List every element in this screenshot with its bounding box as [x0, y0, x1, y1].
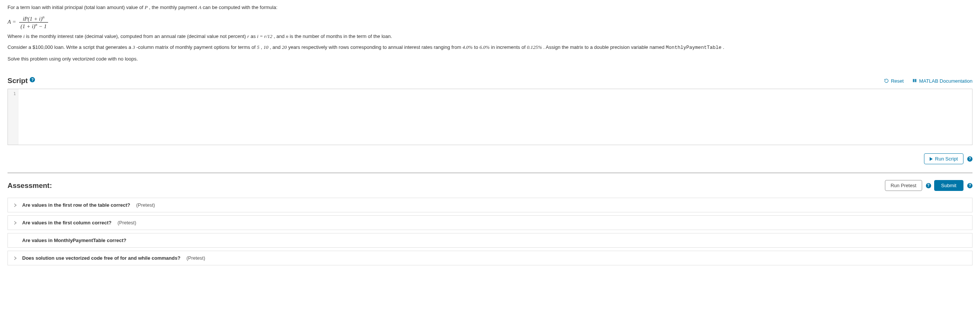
separator [8, 172, 972, 173]
fraction: iP(1 + i)n (1 + i)n − 1 [19, 15, 48, 30]
text: in increments of [491, 45, 527, 50]
text: For a term loan with initial principal (… [8, 5, 145, 10]
assessment-item-2[interactable]: Are values in the first column correct? … [8, 215, 972, 230]
text: , the monthly payment [149, 5, 199, 10]
code-area[interactable] [18, 89, 972, 145]
chevron-right-icon [13, 221, 18, 225]
variable-n: n [286, 33, 289, 39]
number-5: 5 [257, 45, 260, 50]
denominator: (1 + i)n − 1 [19, 22, 48, 30]
rate-low: 4.0% [463, 45, 473, 50]
problem-line-3: Consider a $100,000 loan. Write a script… [8, 44, 972, 51]
submit-button[interactable]: Submit [934, 180, 964, 191]
numerator: iP(1 + i)n [19, 15, 48, 22]
assessment-item-label: Are values in MonthlyPaymentTable correc… [22, 237, 126, 243]
text: − 1 [37, 23, 46, 29]
run-row: Run Script ? [8, 153, 972, 164]
number-10: 10 [263, 45, 268, 50]
number-20: 20 [282, 45, 287, 50]
chevron-right-icon [13, 257, 18, 260]
reset-icon [884, 78, 889, 83]
assessment-item-label: Are values in the first row of the table… [22, 202, 130, 208]
docs-label: MATLAB Documentation [919, 78, 972, 84]
assessment-item-4[interactable]: Does solution use vectorized code free o… [8, 251, 972, 265]
assessment-item-1[interactable]: Are values in the first row of the table… [8, 198, 972, 212]
text: , and [270, 45, 282, 50]
code-editor[interactable]: 1 [8, 89, 972, 145]
play-icon [930, 157, 933, 161]
help-icon[interactable]: ? [30, 77, 35, 82]
book-icon [912, 78, 917, 83]
text: to [474, 45, 479, 50]
editor-gutter: 1 [8, 89, 18, 145]
problem-statement: For a term loan with initial principal (… [8, 4, 972, 62]
problem-line-1: For a term loan with initial principal (… [8, 4, 972, 11]
formula: A = iP(1 + i)n (1 + i)n − 1 [8, 15, 972, 30]
text: . [723, 45, 724, 50]
text: Consider a $100,000 loan. Write a script… [8, 45, 133, 50]
chevron-right-icon [13, 203, 18, 207]
line-number-1: 1 [8, 91, 16, 96]
text: , and [274, 33, 286, 39]
text: Where [8, 33, 23, 39]
problem-line-4: Solve this problem using only vectorized… [8, 55, 972, 63]
pretest-tag: (Pretest) [118, 220, 137, 226]
text: as [251, 33, 257, 39]
assessment-actions: Run Pretest ? Submit ? [885, 180, 972, 191]
variable-name-code: MonthlyPaymentTable [666, 45, 721, 50]
formula-lhs: A = [8, 18, 18, 24]
text: years respectively with rows correspondi… [288, 45, 463, 50]
variable-r: r [247, 33, 249, 39]
text: can be computed with the formula: [203, 5, 278, 10]
assessment-item-label: Are values in the first column correct? [22, 220, 111, 226]
help-icon[interactable]: ? [967, 183, 972, 188]
variable-i: i [23, 33, 25, 39]
script-header-actions: Reset MATLAB Documentation [884, 78, 972, 84]
script-header: Script ? Reset MATLAB Documentation [8, 76, 972, 85]
pretest-tag: (Pretest) [186, 255, 205, 261]
variable-A: A [199, 5, 201, 10]
text: . Assign the matrix to a double precisio… [543, 45, 666, 50]
assessment-title: Assessment: [8, 182, 52, 190]
assessment-item-label: Does solution use vectorized code free o… [22, 255, 180, 261]
help-icon[interactable]: ? [926, 183, 931, 188]
text: iP(1 + i) [22, 16, 43, 22]
number-3: 3 [133, 45, 135, 50]
variable-P: P [145, 5, 148, 10]
script-title: Script [8, 76, 28, 84]
run-script-button[interactable]: Run Script [924, 153, 964, 164]
exponent-n: n [43, 15, 45, 19]
reset-button[interactable]: Reset [884, 78, 904, 84]
rate-high: 6.0% [479, 45, 490, 50]
help-icon[interactable]: ? [967, 156, 972, 162]
matlab-docs-link[interactable]: MATLAB Documentation [912, 78, 972, 84]
script-title-wrap: Script ? [8, 76, 35, 85]
assessment-header: Assessment: Run Pretest ? Submit ? [8, 180, 972, 191]
pretest-tag: (Pretest) [137, 202, 155, 208]
text: is the number of months in the term of t… [290, 33, 392, 39]
reset-label: Reset [891, 78, 904, 84]
equation-i-r12: i = r/12 [257, 33, 272, 39]
page-root: For a term loan with initial principal (… [0, 0, 980, 284]
run-pretest-button[interactable]: Run Pretest [885, 180, 922, 191]
text: (1 + i) [21, 23, 35, 29]
text: is the monthly interest rate (decimal va… [26, 33, 247, 39]
assessment-item-3: Are values in MonthlyPaymentTable correc… [8, 233, 972, 248]
run-script-label: Run Script [935, 156, 958, 162]
rate-increment: 0.125% [527, 45, 542, 50]
problem-line-2: Where i is the monthly interest rate (de… [8, 33, 972, 40]
text: -column matrix of monthly payment option… [137, 45, 257, 50]
